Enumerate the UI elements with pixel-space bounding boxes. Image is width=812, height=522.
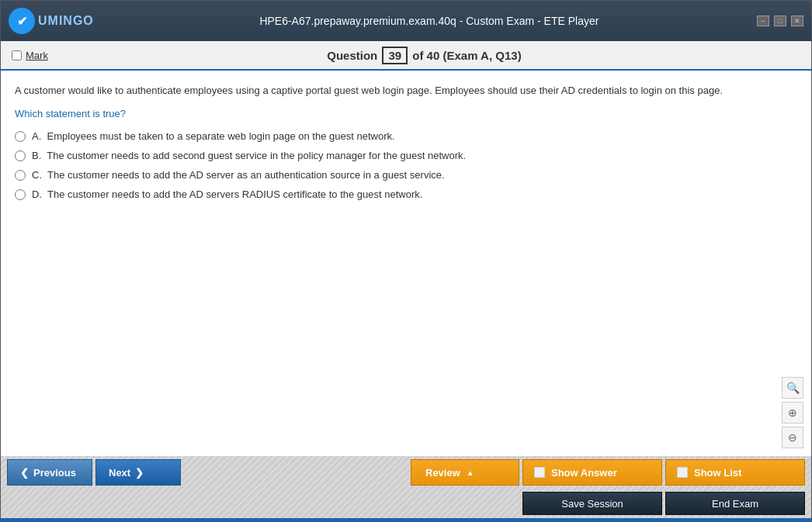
end-exam-button[interactable]: End Exam <box>665 492 805 515</box>
logo: ✔ UMINGO <box>9 8 94 34</box>
option-label-c: C. The customer needs to add the AD serv… <box>32 169 445 181</box>
logo-icon: ✔ <box>9 8 35 34</box>
review-button[interactable]: Review ▲ <box>411 459 519 486</box>
restore-button[interactable]: □ <box>774 16 786 26</box>
option-radio-a[interactable] <box>15 131 26 142</box>
zoom-out-icon: ⊖ <box>788 431 797 444</box>
next-arrow-icon: ❯ <box>135 467 144 479</box>
side-icons: 🔍 ⊕ ⊖ <box>782 377 803 448</box>
topbar: Mark Question 39 of 40 (Exam A, Q13) <box>1 41 811 71</box>
show-answer-indicator <box>534 467 545 478</box>
question-of-total: of 40 (Exam A, Q13) <box>412 49 521 62</box>
question-info: Question 39 of 40 (Exam A, Q13) <box>48 47 800 64</box>
previous-button[interactable]: ❮ Previous <box>7 459 92 486</box>
option-item-d: D. The customer needs to add the AD serv… <box>15 188 797 200</box>
save-session-button[interactable]: Save Session <box>522 492 662 515</box>
show-list-indicator <box>677 467 688 478</box>
mark-label: Mark <box>26 50 48 61</box>
mark-checkbox[interactable]: Mark <box>12 50 48 61</box>
show-answer-button[interactable]: Show Answer <box>522 459 662 486</box>
options-list: A. Employees must be taken to a separate… <box>15 130 797 200</box>
option-radio-c[interactable] <box>15 170 26 181</box>
option-item-a: A. Employees must be taken to a separate… <box>15 130 797 142</box>
titlebar: ✔ UMINGO HPE6-A67.prepaway.premium.exam.… <box>1 1 811 41</box>
bottombar: ❮ Previous Next ❯ Review ▲ Show Answer S… <box>1 456 811 521</box>
question-text: A customer would like to authenticate em… <box>15 83 797 99</box>
next-button[interactable]: Next ❯ <box>95 459 181 486</box>
zoom-in-btn[interactable]: ⊕ <box>782 402 803 423</box>
option-item-c: C. The customer needs to add the AD serv… <box>15 169 797 181</box>
zoom-out-btn[interactable]: ⊖ <box>782 427 803 448</box>
review-arrow-icon: ▲ <box>467 468 474 477</box>
app-window: ✔ UMINGO HPE6-A67.prepaway.premium.exam.… <box>0 0 812 522</box>
window-controls: − □ ✕ <box>757 16 803 26</box>
option-label-a: A. Employees must be taken to a separate… <box>32 130 395 142</box>
which-statement: Which statement is true? <box>15 108 797 119</box>
content-area: A customer would like to authenticate em… <box>1 71 811 456</box>
close-button[interactable]: ✕ <box>791 16 803 26</box>
show-list-button[interactable]: Show List <box>665 459 805 486</box>
mark-checkbox-input[interactable] <box>12 50 22 60</box>
zoom-in-icon: ⊕ <box>788 406 797 419</box>
option-radio-b[interactable] <box>15 150 26 161</box>
search-icon-btn[interactable]: 🔍 <box>782 377 803 399</box>
option-item-b: B. The customer needs to add second gues… <box>15 150 797 161</box>
question-number-box: 39 <box>382 47 408 64</box>
option-label-b: B. The customer needs to add second gues… <box>32 150 466 161</box>
search-icon: 🔍 <box>786 382 800 394</box>
option-label-d: D. The customer needs to add the AD serv… <box>32 188 422 200</box>
prev-arrow-icon: ❮ <box>20 467 29 479</box>
logo-text: UMINGO <box>38 14 94 28</box>
app-title: HPE6-A67.prepaway.premium.exam.40q - Cus… <box>102 15 757 27</box>
nav-row: ❮ Previous Next ❯ Review ▲ Show Answer S… <box>1 456 811 489</box>
option-radio-d[interactable] <box>15 189 26 200</box>
minimize-button[interactable]: − <box>757 16 769 26</box>
blue-border <box>1 518 811 521</box>
action-row: Save Session End Exam <box>1 489 811 518</box>
question-label: Question <box>327 49 377 62</box>
